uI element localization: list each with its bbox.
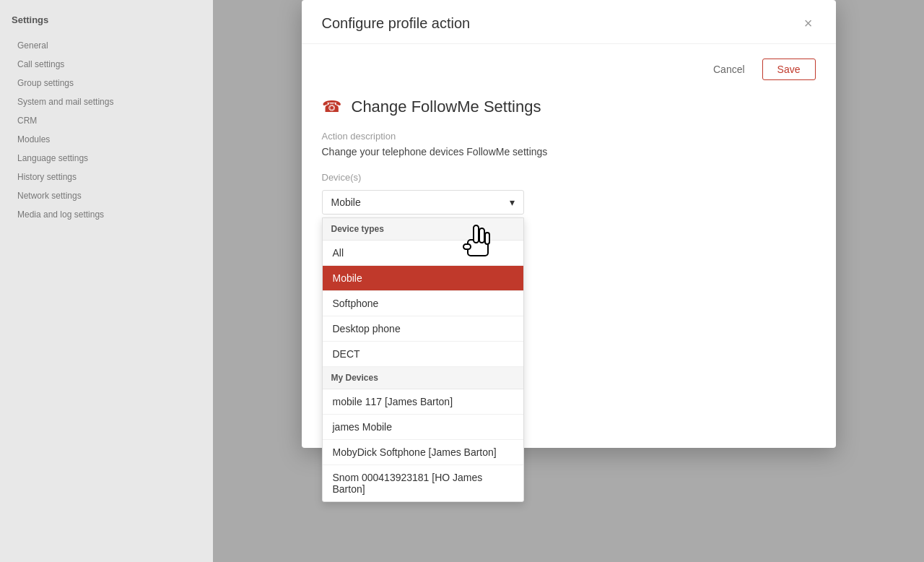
dropdown-item-mobile117[interactable]: mobile 117 [James Barton]	[323, 389, 523, 415]
description-label: Action description	[322, 131, 816, 142]
sidebar-item-media[interactable]: Media and log settings	[12, 206, 201, 223]
dropdown-selected-value: Mobile	[331, 196, 361, 208]
devices-label: Device(s)	[322, 172, 816, 183]
sidebar-item-language[interactable]: Language settings	[12, 150, 201, 167]
save-button[interactable]: Save	[762, 59, 816, 80]
dropdown-item-softphone[interactable]: Softphone	[323, 291, 523, 316]
modal-dialog: Configure profile action × Cancel Save ☎…	[302, 0, 836, 448]
dropdown-item-desktop-phone[interactable]: Desktop phone	[323, 316, 523, 342]
dropdown-item-james-mobile[interactable]: james Mobile	[323, 415, 523, 440]
phone-icon: ☎	[322, 98, 341, 116]
dropdown-item-mobile[interactable]: Mobile	[323, 266, 523, 291]
modal-toolbar: Cancel Save	[322, 59, 816, 80]
dropdown-item-snom[interactable]: Snom 000413923181 [HO James Barton]	[323, 465, 523, 501]
close-button[interactable]: ×	[801, 14, 816, 32]
sidebar-item-general[interactable]: General	[12, 37, 201, 54]
sidebar-item-history[interactable]: History settings	[12, 168, 201, 186]
modal-title: Configure profile action	[322, 15, 471, 32]
cancel-button[interactable]: Cancel	[705, 59, 754, 79]
sidebar: Settings General Call settings Group set…	[0, 0, 213, 562]
device-dropdown-trigger[interactable]: Mobile ▾	[322, 190, 524, 215]
dropdown-item-dect[interactable]: DECT	[323, 342, 523, 367]
dropdown-item-mobydick[interactable]: MobyDick Softphone [James Barton]	[323, 440, 523, 465]
modal-header: Configure profile action ×	[302, 0, 836, 44]
modal-body: Cancel Save ☎ Change FollowMe Settings A…	[302, 44, 836, 229]
sidebar-title: Settings	[12, 14, 201, 25]
sidebar-item-system[interactable]: System and mail settings	[12, 93, 201, 111]
sidebar-item-call[interactable]: Call settings	[12, 56, 201, 73]
chevron-down-icon: ▾	[510, 196, 515, 208]
action-header: ☎ Change FollowMe Settings	[322, 98, 816, 116]
description-text: Change your telephone devices FollowMe s…	[322, 146, 816, 157]
sidebar-item-crm[interactable]: CRM	[12, 112, 201, 129]
device-dropdown-wrapper: Mobile ▾ Device types All Mobile Softpho…	[322, 190, 524, 215]
device-types-header: Device types	[323, 218, 523, 241]
sidebar-item-group[interactable]: Group settings	[12, 74, 201, 92]
my-devices-header: My Devices	[323, 367, 523, 389]
sidebar-item-network[interactable]: Network settings	[12, 187, 201, 204]
dropdown-item-all[interactable]: All	[323, 241, 523, 266]
modal-overlay: Configure profile action × Cancel Save ☎…	[213, 0, 924, 562]
dropdown-list: Device types All Mobile Softphone Deskto…	[322, 217, 524, 502]
sidebar-item-modules[interactable]: Modules	[12, 131, 201, 148]
action-title: Change FollowMe Settings	[352, 98, 541, 116]
